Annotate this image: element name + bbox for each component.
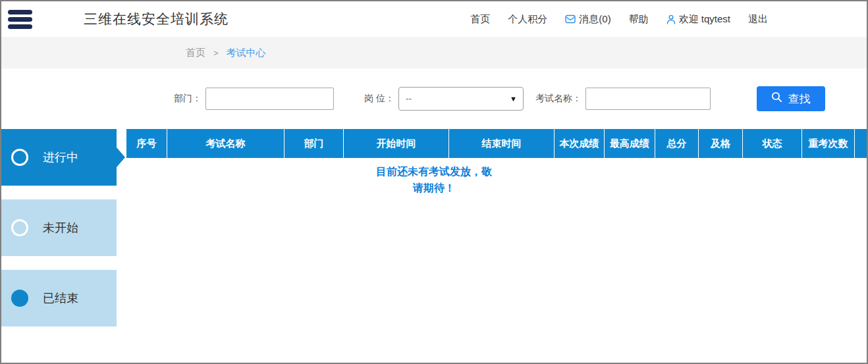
col-department: 部门 (285, 129, 344, 158)
post-select[interactable]: -- ▼ (398, 87, 524, 111)
chevron-down-icon: ▼ (510, 95, 517, 103)
col-index: 序号 (126, 129, 167, 158)
col-best-score: 最高成绩 (605, 129, 655, 158)
col-spacer (855, 129, 867, 158)
exam-center-page: { "topbar": { "title": "三维在线安全培训系统", "na… (0, 0, 868, 364)
col-retake-count: 重考次数 (802, 129, 855, 158)
breadcrumb: 首页 > 考试中心 (1, 37, 867, 68)
exam-name-input[interactable] (585, 88, 711, 110)
filled-circle-icon (11, 290, 28, 307)
post-label: 岗 位： (364, 93, 394, 105)
ring-icon (11, 219, 28, 236)
nav-logout[interactable]: 退出 (748, 13, 768, 26)
nav-messages[interactable]: 消息(0) (565, 13, 610, 26)
breadcrumb-current[interactable]: 考试中心 (227, 47, 266, 59)
top-bar: 三维在线安全培训系统 首页 个人积分 消息(0) 帮助 欢迎 tqytest 退… (1, 1, 867, 37)
sidebar-item-not-started[interactable]: 未开始 (1, 199, 117, 256)
table-header-row: 序号 考试名称 部门 开始时间 结束时间 本次成绩 最高成绩 总分 及格 状态 … (126, 129, 867, 158)
department-input[interactable] (205, 88, 334, 110)
top-nav: 首页 个人积分 消息(0) 帮助 欢迎 tqytest 退出 (470, 1, 768, 37)
hamburger-menu-icon[interactable] (8, 10, 32, 29)
nav-home[interactable]: 首页 (470, 13, 490, 26)
department-label: 部门： (174, 93, 202, 105)
empty-state-message: 目前还未有考试发放，敬 请期待！ (1, 163, 867, 196)
user-icon (666, 14, 676, 24)
app-title: 三维在线安全培训系统 (84, 10, 229, 28)
envelope-icon (565, 14, 576, 24)
col-this-score: 本次成绩 (555, 129, 605, 158)
col-total-score: 总分 (655, 129, 699, 158)
nav-welcome-user[interactable]: 欢迎 tqytest (666, 13, 730, 26)
col-start-time: 开始时间 (344, 129, 449, 158)
nav-help[interactable]: 帮助 (629, 13, 649, 26)
search-icon (771, 91, 782, 106)
col-status: 状态 (743, 129, 802, 158)
post-select-value: -- (406, 93, 412, 104)
main-area: 进行中 未开始 已结束 序号 考试名称 部门 开始时间 结束时间 本次成绩 最高… (1, 129, 867, 361)
col-exam-name: 考试名称 (167, 129, 285, 158)
exam-name-label: 考试名称： (535, 93, 582, 105)
breadcrumb-separator: > (213, 48, 219, 58)
sidebar-item-finished[interactable]: 已结束 (1, 270, 117, 326)
col-pass: 及格 (699, 129, 743, 158)
search-button[interactable]: 查找 (757, 86, 825, 111)
search-filter-bar: 部门： 岗 位： -- ▼ 考试名称： 查找 (1, 68, 867, 129)
col-end-time: 结束时间 (449, 129, 555, 158)
nav-personal-points[interactable]: 个人积分 (508, 13, 547, 26)
breadcrumb-home[interactable]: 首页 (186, 47, 205, 59)
